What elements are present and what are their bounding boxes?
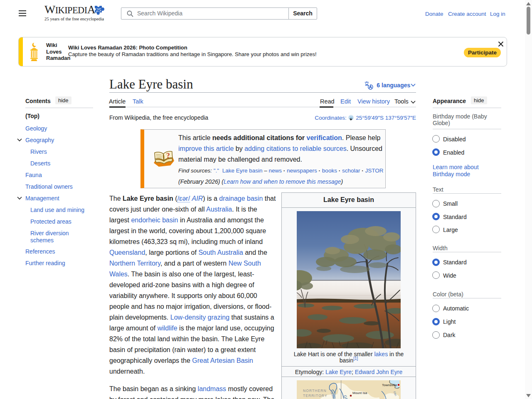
svg-text:Townsville: Townsville [382, 383, 397, 387]
svg-text:Mount Isa: Mount Isa [352, 391, 367, 395]
svg-text:NORTHERN: NORTHERN [303, 389, 327, 393]
svg-text:?: ? [166, 151, 170, 160]
svg-text:TERRITORY: TERRITORY [303, 394, 328, 398]
svg-text:25: 25 [96, 7, 101, 13]
